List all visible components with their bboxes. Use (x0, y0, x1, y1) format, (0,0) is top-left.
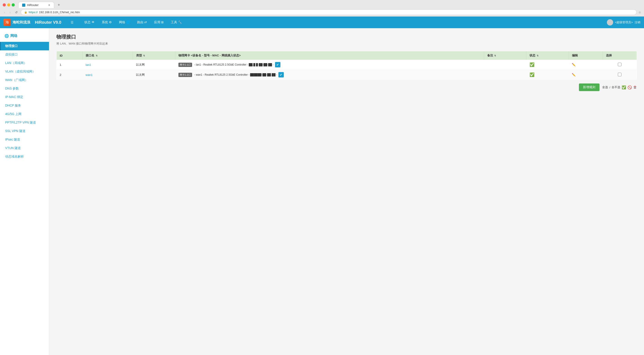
sort-icon-type: ⇅ (143, 54, 145, 57)
sort-icon-remark: ⇅ (494, 54, 496, 57)
nic-text: - lan1 - Realtek RTL8125 2.5GbE Controll… (194, 63, 274, 66)
add-rule-button[interactable]: 新增规则 (579, 84, 600, 91)
row-checkbox[interactable] (618, 73, 622, 76)
edit-icon[interactable]: ✏️ (572, 63, 576, 67)
new-tab-button[interactable]: + (56, 3, 62, 8)
nav-routing[interactable]: 路由 ⇄ (134, 19, 150, 26)
address-bar: ‹ › ↺ 🔒 https:// 192.168.0.1/zh_CN/net_n… (0, 8, 644, 16)
logo-text: 海蛇和流浪 (12, 20, 30, 25)
cell-interface-name: wan1 (82, 70, 133, 80)
col-type[interactable]: 类型 ⇅ (133, 51, 175, 60)
hamburger-menu[interactable]: ☰ (68, 19, 77, 26)
sidebar-item-ssl-vpn[interactable]: SSL VPN 隧道 (0, 127, 49, 135)
maximize-traffic-light[interactable] (12, 3, 15, 7)
col-id: ID (56, 51, 82, 60)
bulk-disable-icon[interactable]: 🚫 (628, 85, 632, 90)
cell-id: 2 (56, 70, 82, 80)
nic-info: 网卡1-2口 - wan1 - Realtek RTL8125 2.5GbE C… (178, 72, 481, 78)
cell-id: 1 (56, 60, 82, 70)
nic-badge: 网卡1-2口 (178, 73, 192, 77)
sidebar-item-physical-interface[interactable]: 物理接口 (0, 42, 49, 50)
nic-text: - wan1 - Realtek RTL8125 2.5GbE Controll… (194, 73, 277, 76)
sidebar-item-ipsec[interactable]: IPsec 隧道 (0, 135, 49, 144)
sidebar-item-wan[interactable]: WAN（广域网） (0, 76, 49, 84)
cell-nic: 网卡1-2口 - wan1 - Realtek RTL8125 2.5GbE C… (175, 70, 484, 80)
col-interface-name[interactable]: 接口名 ⇅ (82, 51, 133, 60)
header-right: <超级管理员> 注销 (607, 19, 640, 26)
sidebar-item-vtun[interactable]: VTUN 隧道 (0, 144, 49, 152)
sidebar-item-ddns[interactable]: 动态域名解析 (0, 152, 49, 161)
deselect-all-button[interactable]: 全不选 (612, 85, 620, 89)
bookmark-icon[interactable]: ☆ (638, 11, 641, 14)
bulk-delete-icon[interactable]: 🗑 (633, 85, 637, 89)
sort-icon-status: ⇅ (537, 54, 538, 57)
sort-icon-interface: ⇅ (96, 54, 98, 57)
cell-edit: ✏️ (569, 70, 603, 80)
col-status[interactable]: 状态 ⇅ (526, 51, 569, 60)
select-all-button[interactable]: 全选 (602, 85, 608, 89)
browser-chrome: HiRouter ✕ + ‹ › ↺ 🔒 https:// 192.168.0.… (0, 0, 644, 17)
sidebar-item-virtual-interface[interactable]: 虚拟接口 (0, 50, 49, 59)
nav-apps[interactable]: 应用 ⊞ (151, 19, 167, 26)
back-button[interactable]: ‹ (3, 10, 6, 15)
bulk-actions: 全选 / 全不选 ✅ 🚫 🗑 (602, 85, 637, 90)
minimize-traffic-light[interactable] (7, 3, 10, 7)
action-bar: 新增规则 全选 / 全不选 ✅ 🚫 🗑 (56, 84, 637, 91)
browser-tab[interactable]: HiRouter ✕ (18, 2, 54, 8)
col-edit: 编辑 (569, 51, 603, 60)
row-checkbox[interactable] (618, 63, 622, 66)
cell-status: ✅ (526, 60, 569, 70)
cell-edit: ✏️ (569, 60, 603, 70)
tab-title: HiRouter (27, 3, 38, 7)
tab-close-button[interactable]: ✕ (48, 4, 50, 7)
reload-button[interactable]: ↺ (14, 10, 19, 15)
table-row: 2 wan1 以太网 网卡1-2口 - wan1 - Realtek RTL81… (56, 70, 637, 80)
close-traffic-light[interactable] (3, 3, 6, 7)
sidebar: 🌐 网络 物理接口 虚拟接口 LAN（局域网） VLAN（虚拟局域网） WAN（… (0, 28, 49, 355)
tab-favicon (22, 4, 25, 7)
nic-check-button[interactable]: ✔ (278, 72, 284, 78)
edit-icon[interactable]: ✏️ (572, 73, 576, 77)
sidebar-item-lan[interactable]: LAN（局域网） (0, 59, 49, 67)
url-protocol: https:// (28, 11, 38, 14)
page-title: 物理接口 (56, 34, 637, 40)
app-logo: 海 海蛇和流浪 (4, 19, 30, 26)
sidebar-item-dns[interactable]: DNS 参数 (0, 84, 49, 93)
sidebar-item-4g5g[interactable]: 4G/5G 上网 (0, 110, 49, 118)
col-remark[interactable]: 备注 ⇅ (484, 51, 526, 60)
sidebar-item-ip-mac[interactable]: IP-MAC 绑定 (0, 93, 49, 101)
browser-action-buttons: ☆ (638, 11, 641, 14)
url-bar[interactable]: 🔒 https:// 192.168.0.1/zh_CN/net_nic.htm (21, 10, 636, 15)
cell-type: 以太网 (133, 70, 175, 80)
bulk-enable-icon[interactable]: ✅ (622, 85, 626, 90)
header-nav: 状态 👁 系统 ⚙ 网络 🌐 路由 ⇄ 应用 ⊞ 工具 🔧 (81, 19, 602, 26)
lock-icon: 🔒 (24, 11, 27, 14)
nav-network[interactable]: 网络 🌐 (116, 19, 133, 26)
forward-button[interactable]: › (8, 10, 12, 15)
cell-status: ✅ (526, 70, 569, 80)
sidebar-item-vlan[interactable]: VLAN（虚拟局域网） (0, 67, 49, 76)
interface-table: ID 接口名 ⇅ 类型 ⇅ 物理网卡 <设备名 - 型号 - MAC - 网线插… (56, 51, 637, 80)
sidebar-item-dhcp[interactable]: DHCP 服务 (0, 101, 49, 110)
app-header: 海 海蛇和流浪 HiRouter V9.0 ☰ 状态 👁 系统 ⚙ 网络 🌐 路… (0, 17, 644, 28)
sidebar-section-title: 🌐 网络 (0, 32, 49, 42)
nav-status[interactable]: 状态 👁 (81, 19, 98, 26)
sidebar-section-title-text: 网络 (10, 34, 18, 38)
logout-button[interactable]: 注销 (634, 20, 640, 25)
nav-system[interactable]: 系统 ⚙ (98, 19, 115, 26)
cell-interface-name: lan1 (82, 60, 133, 70)
url-path: 192.168.0.1/zh_CN/net_nic.htm (39, 11, 80, 14)
nav-tools[interactable]: 工具 🔧 (168, 19, 185, 26)
cell-checkbox (603, 60, 636, 70)
cell-type: 以太网 (133, 60, 175, 70)
interface-name-link[interactable]: lan1 (86, 63, 91, 67)
col-select: 选择 (603, 51, 636, 60)
separator: / (609, 86, 610, 89)
page-subtitle: 将 LAN、WAN 接口和物理网卡对应起来 (56, 42, 637, 46)
nic-check-button[interactable]: ✔ (275, 62, 280, 67)
sidebar-item-pptp-l2tp[interactable]: PPTP/L2TP VPN 隧道 (0, 118, 49, 127)
interface-name-link[interactable]: wan1 (86, 73, 92, 77)
main-content: 物理接口 将 LAN、WAN 接口和物理网卡对应起来 ID 接口名 ⇅ 类型 ⇅… (49, 28, 644, 355)
cell-nic: 网卡1-1口 - lan1 - Realtek RTL8125 2.5GbE C… (175, 60, 484, 70)
status-active-icon: ✅ (530, 63, 534, 67)
